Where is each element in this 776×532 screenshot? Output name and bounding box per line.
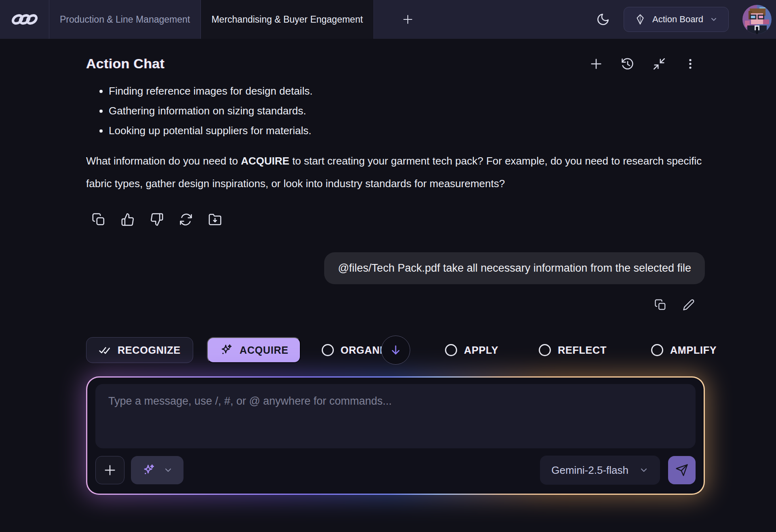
question-prefix: What information do you need to: [86, 155, 241, 167]
model-selector-dropdown[interactable]: Gemini-2.5-flash: [540, 456, 660, 485]
copy-button[interactable]: [654, 299, 666, 311]
kebab-menu-icon: [684, 57, 697, 70]
pencil-icon: [683, 299, 695, 311]
stage-chip-amplify[interactable]: AMPLIFY: [651, 344, 717, 356]
tab-label: Merchandising & Buyer Engagement: [211, 14, 363, 25]
thumbs-up-button[interactable]: [121, 213, 135, 226]
plus-icon: [402, 13, 414, 25]
circle-icon: [651, 344, 663, 356]
list-item: Gathering information on sizing standard…: [109, 101, 705, 121]
chat-menu-button[interactable]: [684, 57, 697, 70]
chevron-down-icon: [639, 465, 649, 475]
chat-panel-header: Action Chat: [86, 56, 705, 72]
action-board-dropdown[interactable]: Action Board: [624, 7, 729, 32]
sparkle-icon: [141, 463, 156, 477]
question-bold: ACQUIRE: [241, 155, 289, 167]
collapse-panel-button[interactable]: [652, 57, 666, 71]
plus-icon: [103, 463, 117, 477]
stage-label: REFLECT: [558, 344, 607, 356]
assistant-message: Finding reference images for design deta…: [86, 81, 705, 195]
ai-tools-dropdown[interactable]: [131, 456, 183, 484]
model-label: Gemini-2.5-flash: [551, 464, 628, 477]
stage-label: AMPLIFY: [670, 344, 717, 356]
edit-message-button[interactable]: [683, 299, 695, 311]
refresh-icon: [179, 213, 193, 226]
copy-icon: [92, 213, 105, 226]
chain-loops-logo-icon: [10, 11, 40, 28]
list-item: Finding reference images for design deta…: [109, 81, 705, 101]
app-logo[interactable]: [0, 0, 49, 39]
copy-icon: [654, 299, 666, 311]
plus-icon: [589, 57, 603, 71]
moon-icon: [596, 13, 610, 26]
chat-header-actions: [589, 57, 705, 71]
user-message-row: @files/Tech Pack.pdf take all necessary …: [86, 252, 705, 284]
topbar-right-controls: Action Board: [596, 0, 776, 39]
user-message-bubble: @files/Tech Pack.pdf take all necessary …: [324, 252, 705, 284]
send-button[interactable]: [668, 456, 696, 484]
assistant-message-actions: [86, 213, 705, 226]
tab-merchandising-buyer-engagement[interactable]: Merchandising & Buyer Engagement: [201, 0, 374, 39]
circle-icon: [322, 344, 334, 356]
stage-label: ACQUIRE: [240, 344, 289, 356]
prism-icon: [635, 14, 646, 25]
composer: Gemini-2.5-flash: [87, 378, 704, 494]
composer-toolbar: Gemini-2.5-flash: [95, 456, 696, 485]
chat-history-button[interactable]: [621, 57, 635, 71]
save-to-folder-button[interactable]: [208, 213, 222, 226]
tab-production-line-management[interactable]: Production & Line Management: [49, 0, 201, 39]
thumbs-up-icon: [121, 213, 135, 226]
circle-icon: [539, 344, 551, 356]
new-chat-button[interactable]: [589, 57, 603, 71]
stage-chip-row: RECOGNIZE ACQUIRE ORGANIZE APPLY REFLECT: [86, 336, 705, 364]
double-check-icon: [99, 344, 112, 357]
history-icon: [621, 57, 635, 71]
regenerate-button[interactable]: [179, 213, 193, 226]
arrow-down-icon: [389, 344, 402, 357]
circle-icon: [445, 344, 457, 356]
assistant-bullet-list: Finding reference images for design deta…: [86, 81, 705, 141]
stage-chip-apply[interactable]: APPLY: [445, 344, 498, 356]
sparkle-icon: [219, 343, 234, 357]
stage-label: RECOGNIZE: [118, 344, 181, 356]
theme-toggle-button[interactable]: [596, 13, 610, 26]
message-input[interactable]: [95, 384, 696, 448]
copy-button[interactable]: [92, 213, 105, 226]
thumbs-down-button[interactable]: [150, 213, 164, 226]
send-icon: [675, 464, 688, 477]
assistant-question: What information do you need to ACQUIRE …: [86, 150, 705, 195]
chat-panel: Action Chat: [86, 56, 705, 495]
action-board-label: Action Board: [652, 14, 703, 25]
composer-container: Gemini-2.5-flash: [86, 376, 705, 495]
folder-download-icon: [208, 213, 222, 226]
stage-label: APPLY: [464, 344, 498, 356]
chevron-down-icon: [710, 15, 718, 23]
new-tab-button[interactable]: [396, 0, 420, 39]
stage-chip-recognize[interactable]: RECOGNIZE: [86, 337, 193, 363]
scroll-to-bottom-button[interactable]: [381, 336, 410, 365]
thumbs-down-icon: [150, 213, 164, 226]
user-message-actions: [86, 299, 705, 311]
user-avatar[interactable]: [742, 5, 772, 34]
page-title: Action Chat: [86, 56, 164, 72]
list-item: Looking up potential suppliers for mater…: [109, 121, 705, 141]
minimize-icon: [652, 57, 666, 71]
stage-chip-acquire[interactable]: ACQUIRE: [207, 337, 301, 363]
attach-button[interactable]: [95, 456, 124, 484]
tab-label: Production & Line Management: [60, 14, 190, 25]
top-bar: Production & Line Management Merchandisi…: [0, 0, 776, 39]
chevron-down-icon: [163, 465, 173, 475]
stage-chip-reflect[interactable]: REFLECT: [539, 344, 607, 356]
